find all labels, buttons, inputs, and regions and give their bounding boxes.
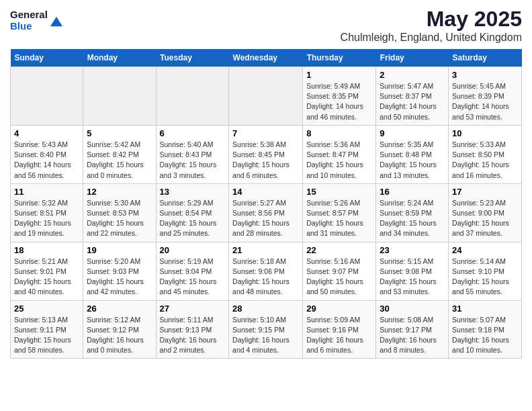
day-number: 6 bbox=[160, 128, 226, 138]
day-info: Sunrise: 5:43 AM Sunset: 8:40 PM Dayligh… bbox=[14, 140, 79, 181]
day-info: Sunrise: 5:35 AM Sunset: 8:48 PM Dayligh… bbox=[380, 140, 445, 181]
calendar-cell: 9Sunrise: 5:35 AM Sunset: 8:48 PM Daylig… bbox=[376, 125, 449, 183]
day-number: 19 bbox=[87, 245, 152, 255]
day-info: Sunrise: 5:33 AM Sunset: 8:50 PM Dayligh… bbox=[452, 140, 518, 181]
calendar-cell: 10Sunrise: 5:33 AM Sunset: 8:50 PM Dayli… bbox=[449, 125, 522, 183]
day-number: 26 bbox=[87, 304, 152, 314]
day-number: 28 bbox=[232, 304, 299, 314]
calendar-cell: 26Sunrise: 5:12 AM Sunset: 9:12 PM Dayli… bbox=[83, 300, 156, 359]
calendar-dow-tuesday: Tuesday bbox=[156, 49, 229, 67]
day-number: 22 bbox=[306, 245, 372, 255]
calendar-cell: 6Sunrise: 5:40 AM Sunset: 8:43 PM Daylig… bbox=[156, 125, 229, 183]
day-info: Sunrise: 5:12 AM Sunset: 9:12 PM Dayligh… bbox=[87, 315, 152, 356]
day-info: Sunrise: 5:30 AM Sunset: 8:53 PM Dayligh… bbox=[87, 198, 152, 239]
page-header: General Blue May 2025 Chulmleigh, Englan… bbox=[10, 7, 522, 44]
calendar-cell: 27Sunrise: 5:11 AM Sunset: 9:13 PM Dayli… bbox=[156, 300, 229, 359]
day-info: Sunrise: 5:16 AM Sunset: 9:07 PM Dayligh… bbox=[306, 257, 372, 298]
day-info: Sunrise: 5:13 AM Sunset: 9:11 PM Dayligh… bbox=[14, 315, 79, 356]
day-number: 27 bbox=[160, 304, 226, 314]
day-number: 15 bbox=[306, 187, 372, 197]
day-number: 7 bbox=[232, 128, 299, 138]
calendar-cell: 20Sunrise: 5:19 AM Sunset: 9:04 PM Dayli… bbox=[156, 242, 229, 300]
day-number: 4 bbox=[14, 128, 79, 138]
logo-text: General Blue bbox=[10, 9, 48, 32]
calendar-cell: 14Sunrise: 5:27 AM Sunset: 8:56 PM Dayli… bbox=[229, 183, 303, 242]
calendar-week-2: 4Sunrise: 5:43 AM Sunset: 8:40 PM Daylig… bbox=[11, 125, 522, 183]
calendar-cell: 22Sunrise: 5:16 AM Sunset: 9:07 PM Dayli… bbox=[303, 242, 376, 300]
day-number: 9 bbox=[380, 128, 445, 138]
calendar-dow-monday: Monday bbox=[83, 49, 156, 67]
logo-icon bbox=[50, 15, 62, 28]
calendar-dow-saturday: Saturday bbox=[449, 49, 522, 67]
day-info: Sunrise: 5:32 AM Sunset: 8:51 PM Dayligh… bbox=[14, 198, 79, 239]
calendar-cell: 30Sunrise: 5:08 AM Sunset: 9:17 PM Dayli… bbox=[376, 300, 449, 359]
day-info: Sunrise: 5:08 AM Sunset: 9:17 PM Dayligh… bbox=[380, 315, 445, 356]
day-number: 5 bbox=[87, 128, 152, 138]
day-info: Sunrise: 5:23 AM Sunset: 9:00 PM Dayligh… bbox=[452, 198, 518, 239]
calendar-dow-thursday: Thursday bbox=[303, 49, 376, 67]
day-number: 16 bbox=[380, 187, 445, 197]
day-number: 25 bbox=[14, 304, 79, 314]
page-container: General Blue May 2025 Chulmleigh, Englan… bbox=[0, 0, 532, 365]
svg-marker-0 bbox=[50, 16, 62, 26]
calendar-cell: 5Sunrise: 5:42 AM Sunset: 8:42 PM Daylig… bbox=[83, 125, 156, 183]
page-title: May 2025 bbox=[341, 7, 522, 32]
day-info: Sunrise: 5:38 AM Sunset: 8:45 PM Dayligh… bbox=[232, 140, 299, 181]
calendar-table: SundayMondayTuesdayWednesdayThursdayFrid… bbox=[10, 49, 522, 359]
day-info: Sunrise: 5:21 AM Sunset: 9:01 PM Dayligh… bbox=[14, 257, 79, 298]
title-block: May 2025 Chulmleigh, England, United Kin… bbox=[341, 7, 522, 44]
day-info: Sunrise: 5:18 AM Sunset: 9:06 PM Dayligh… bbox=[232, 257, 299, 298]
day-number: 14 bbox=[232, 187, 299, 197]
day-number: 23 bbox=[380, 245, 445, 255]
calendar-cell: 1Sunrise: 5:49 AM Sunset: 8:35 PM Daylig… bbox=[303, 67, 376, 126]
day-number: 20 bbox=[160, 245, 226, 255]
calendar-cell: 28Sunrise: 5:10 AM Sunset: 9:15 PM Dayli… bbox=[229, 300, 303, 359]
calendar-week-5: 25Sunrise: 5:13 AM Sunset: 9:11 PM Dayli… bbox=[11, 300, 522, 359]
calendar-cell: 7Sunrise: 5:38 AM Sunset: 8:45 PM Daylig… bbox=[229, 125, 303, 183]
day-number: 30 bbox=[380, 304, 445, 314]
day-number: 8 bbox=[306, 128, 372, 138]
day-number: 17 bbox=[452, 187, 518, 197]
calendar-cell: 4Sunrise: 5:43 AM Sunset: 8:40 PM Daylig… bbox=[11, 125, 83, 183]
calendar-cell: 19Sunrise: 5:20 AM Sunset: 9:03 PM Dayli… bbox=[83, 242, 156, 300]
day-number: 11 bbox=[14, 187, 79, 197]
calendar-cell: 31Sunrise: 5:07 AM Sunset: 9:18 PM Dayli… bbox=[449, 300, 522, 359]
calendar-cell bbox=[229, 67, 303, 126]
day-info: Sunrise: 5:42 AM Sunset: 8:42 PM Dayligh… bbox=[87, 140, 152, 181]
calendar-week-1: 1Sunrise: 5:49 AM Sunset: 8:35 PM Daylig… bbox=[11, 67, 522, 126]
day-info: Sunrise: 5:27 AM Sunset: 8:56 PM Dayligh… bbox=[232, 198, 299, 239]
calendar-cell: 24Sunrise: 5:14 AM Sunset: 9:10 PM Dayli… bbox=[449, 242, 522, 300]
calendar-cell: 12Sunrise: 5:30 AM Sunset: 8:53 PM Dayli… bbox=[83, 183, 156, 242]
calendar-cell bbox=[156, 67, 229, 126]
page-subtitle: Chulmleigh, England, United Kingdom bbox=[341, 32, 522, 44]
day-info: Sunrise: 5:29 AM Sunset: 8:54 PM Dayligh… bbox=[160, 198, 226, 239]
day-number: 3 bbox=[452, 70, 518, 80]
logo-blue: Blue bbox=[10, 21, 48, 32]
day-info: Sunrise: 5:09 AM Sunset: 9:16 PM Dayligh… bbox=[306, 315, 372, 356]
day-info: Sunrise: 5:26 AM Sunset: 8:57 PM Dayligh… bbox=[306, 198, 372, 239]
calendar-cell: 2Sunrise: 5:47 AM Sunset: 8:37 PM Daylig… bbox=[376, 67, 449, 126]
calendar-cell: 21Sunrise: 5:18 AM Sunset: 9:06 PM Dayli… bbox=[229, 242, 303, 300]
day-number: 24 bbox=[452, 245, 518, 255]
day-info: Sunrise: 5:36 AM Sunset: 8:47 PM Dayligh… bbox=[306, 140, 372, 181]
logo-general: General bbox=[10, 9, 48, 21]
day-number: 31 bbox=[452, 304, 518, 314]
calendar-header-row: SundayMondayTuesdayWednesdayThursdayFrid… bbox=[11, 49, 522, 67]
calendar-cell: 29Sunrise: 5:09 AM Sunset: 9:16 PM Dayli… bbox=[303, 300, 376, 359]
day-number: 1 bbox=[306, 70, 372, 80]
calendar-cell: 18Sunrise: 5:21 AM Sunset: 9:01 PM Dayli… bbox=[11, 242, 83, 300]
day-info: Sunrise: 5:19 AM Sunset: 9:04 PM Dayligh… bbox=[160, 257, 226, 298]
calendar-dow-wednesday: Wednesday bbox=[229, 49, 303, 67]
day-number: 12 bbox=[87, 187, 152, 197]
calendar-cell: 16Sunrise: 5:24 AM Sunset: 8:59 PM Dayli… bbox=[376, 183, 449, 242]
calendar-week-3: 11Sunrise: 5:32 AM Sunset: 8:51 PM Dayli… bbox=[11, 183, 522, 242]
day-info: Sunrise: 5:24 AM Sunset: 8:59 PM Dayligh… bbox=[380, 198, 445, 239]
day-number: 13 bbox=[160, 187, 226, 197]
day-number: 18 bbox=[14, 245, 79, 255]
calendar-dow-sunday: Sunday bbox=[11, 49, 83, 67]
day-number: 10 bbox=[452, 128, 518, 138]
calendar-cell: 11Sunrise: 5:32 AM Sunset: 8:51 PM Dayli… bbox=[11, 183, 83, 242]
day-info: Sunrise: 5:10 AM Sunset: 9:15 PM Dayligh… bbox=[232, 315, 299, 356]
calendar-cell: 17Sunrise: 5:23 AM Sunset: 9:00 PM Dayli… bbox=[449, 183, 522, 242]
day-number: 21 bbox=[232, 245, 299, 255]
